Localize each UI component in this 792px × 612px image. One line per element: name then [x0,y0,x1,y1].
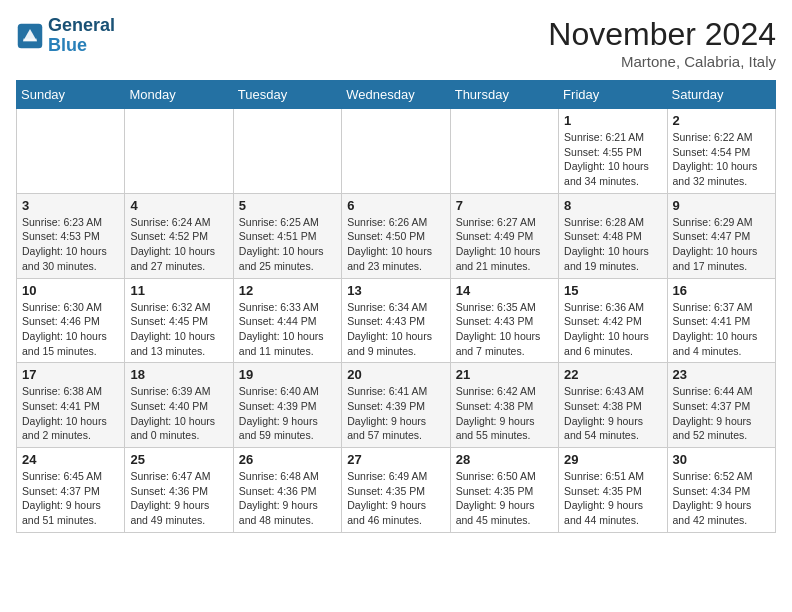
day-info: Sunrise: 6:32 AM Sunset: 4:45 PM Dayligh… [130,300,227,359]
day-info: Sunrise: 6:47 AM Sunset: 4:36 PM Dayligh… [130,469,227,528]
day-number: 5 [239,198,336,213]
day-number: 14 [456,283,553,298]
day-info: Sunrise: 6:22 AM Sunset: 4:54 PM Dayligh… [673,130,770,189]
day-of-week-header: Saturday [667,81,775,109]
calendar-cell: 9Sunrise: 6:29 AM Sunset: 4:47 PM Daylig… [667,193,775,278]
calendar-cell: 14Sunrise: 6:35 AM Sunset: 4:43 PM Dayli… [450,278,558,363]
day-info: Sunrise: 6:52 AM Sunset: 4:34 PM Dayligh… [673,469,770,528]
day-info: Sunrise: 6:28 AM Sunset: 4:48 PM Dayligh… [564,215,661,274]
day-info: Sunrise: 6:41 AM Sunset: 4:39 PM Dayligh… [347,384,444,443]
calendar-cell: 13Sunrise: 6:34 AM Sunset: 4:43 PM Dayli… [342,278,450,363]
day-number: 25 [130,452,227,467]
calendar-cell [17,109,125,194]
calendar-cell: 19Sunrise: 6:40 AM Sunset: 4:39 PM Dayli… [233,363,341,448]
month-title: November 2024 [548,16,776,53]
day-number: 18 [130,367,227,382]
day-info: Sunrise: 6:38 AM Sunset: 4:41 PM Dayligh… [22,384,119,443]
calendar-cell: 1Sunrise: 6:21 AM Sunset: 4:55 PM Daylig… [559,109,667,194]
calendar-cell: 5Sunrise: 6:25 AM Sunset: 4:51 PM Daylig… [233,193,341,278]
day-number: 26 [239,452,336,467]
calendar-week-row: 24Sunrise: 6:45 AM Sunset: 4:37 PM Dayli… [17,448,776,533]
day-number: 22 [564,367,661,382]
calendar-cell: 3Sunrise: 6:23 AM Sunset: 4:53 PM Daylig… [17,193,125,278]
day-number: 28 [456,452,553,467]
day-number: 11 [130,283,227,298]
day-number: 13 [347,283,444,298]
calendar: SundayMondayTuesdayWednesdayThursdayFrid… [16,80,776,533]
day-of-week-header: Friday [559,81,667,109]
day-info: Sunrise: 6:40 AM Sunset: 4:39 PM Dayligh… [239,384,336,443]
calendar-cell: 8Sunrise: 6:28 AM Sunset: 4:48 PM Daylig… [559,193,667,278]
day-number: 7 [456,198,553,213]
day-number: 23 [673,367,770,382]
day-info: Sunrise: 6:45 AM Sunset: 4:37 PM Dayligh… [22,469,119,528]
day-number: 2 [673,113,770,128]
svg-rect-2 [23,38,37,41]
calendar-cell: 24Sunrise: 6:45 AM Sunset: 4:37 PM Dayli… [17,448,125,533]
calendar-cell [233,109,341,194]
calendar-cell: 27Sunrise: 6:49 AM Sunset: 4:35 PM Dayli… [342,448,450,533]
logo-icon [16,22,44,50]
calendar-cell: 11Sunrise: 6:32 AM Sunset: 4:45 PM Dayli… [125,278,233,363]
day-number: 29 [564,452,661,467]
day-info: Sunrise: 6:49 AM Sunset: 4:35 PM Dayligh… [347,469,444,528]
day-info: Sunrise: 6:39 AM Sunset: 4:40 PM Dayligh… [130,384,227,443]
day-number: 12 [239,283,336,298]
day-of-week-header: Sunday [17,81,125,109]
day-number: 19 [239,367,336,382]
calendar-cell: 25Sunrise: 6:47 AM Sunset: 4:36 PM Dayli… [125,448,233,533]
day-number: 17 [22,367,119,382]
day-info: Sunrise: 6:33 AM Sunset: 4:44 PM Dayligh… [239,300,336,359]
calendar-week-row: 3Sunrise: 6:23 AM Sunset: 4:53 PM Daylig… [17,193,776,278]
day-number: 24 [22,452,119,467]
calendar-week-row: 17Sunrise: 6:38 AM Sunset: 4:41 PM Dayli… [17,363,776,448]
calendar-cell: 2Sunrise: 6:22 AM Sunset: 4:54 PM Daylig… [667,109,775,194]
day-number: 30 [673,452,770,467]
day-of-week-header: Tuesday [233,81,341,109]
calendar-cell [125,109,233,194]
calendar-cell: 22Sunrise: 6:43 AM Sunset: 4:38 PM Dayli… [559,363,667,448]
day-number: 6 [347,198,444,213]
calendar-cell: 4Sunrise: 6:24 AM Sunset: 4:52 PM Daylig… [125,193,233,278]
day-number: 1 [564,113,661,128]
calendar-cell: 28Sunrise: 6:50 AM Sunset: 4:35 PM Dayli… [450,448,558,533]
calendar-cell: 23Sunrise: 6:44 AM Sunset: 4:37 PM Dayli… [667,363,775,448]
calendar-week-row: 1Sunrise: 6:21 AM Sunset: 4:55 PM Daylig… [17,109,776,194]
day-number: 10 [22,283,119,298]
day-number: 21 [456,367,553,382]
day-info: Sunrise: 6:27 AM Sunset: 4:49 PM Dayligh… [456,215,553,274]
calendar-cell: 7Sunrise: 6:27 AM Sunset: 4:49 PM Daylig… [450,193,558,278]
day-info: Sunrise: 6:26 AM Sunset: 4:50 PM Dayligh… [347,215,444,274]
day-info: Sunrise: 6:37 AM Sunset: 4:41 PM Dayligh… [673,300,770,359]
day-number: 3 [22,198,119,213]
day-info: Sunrise: 6:23 AM Sunset: 4:53 PM Dayligh… [22,215,119,274]
calendar-cell: 6Sunrise: 6:26 AM Sunset: 4:50 PM Daylig… [342,193,450,278]
day-info: Sunrise: 6:34 AM Sunset: 4:43 PM Dayligh… [347,300,444,359]
calendar-header-row: SundayMondayTuesdayWednesdayThursdayFrid… [17,81,776,109]
day-info: Sunrise: 6:43 AM Sunset: 4:38 PM Dayligh… [564,384,661,443]
day-of-week-header: Wednesday [342,81,450,109]
location: Martone, Calabria, Italy [548,53,776,70]
calendar-cell: 21Sunrise: 6:42 AM Sunset: 4:38 PM Dayli… [450,363,558,448]
logo-text: GeneralBlue [48,16,115,56]
day-info: Sunrise: 6:21 AM Sunset: 4:55 PM Dayligh… [564,130,661,189]
day-info: Sunrise: 6:44 AM Sunset: 4:37 PM Dayligh… [673,384,770,443]
calendar-cell: 29Sunrise: 6:51 AM Sunset: 4:35 PM Dayli… [559,448,667,533]
day-info: Sunrise: 6:51 AM Sunset: 4:35 PM Dayligh… [564,469,661,528]
calendar-cell: 16Sunrise: 6:37 AM Sunset: 4:41 PM Dayli… [667,278,775,363]
day-number: 9 [673,198,770,213]
calendar-cell: 20Sunrise: 6:41 AM Sunset: 4:39 PM Dayli… [342,363,450,448]
day-number: 27 [347,452,444,467]
day-info: Sunrise: 6:35 AM Sunset: 4:43 PM Dayligh… [456,300,553,359]
day-of-week-header: Thursday [450,81,558,109]
day-number: 8 [564,198,661,213]
calendar-cell: 18Sunrise: 6:39 AM Sunset: 4:40 PM Dayli… [125,363,233,448]
calendar-cell: 17Sunrise: 6:38 AM Sunset: 4:41 PM Dayli… [17,363,125,448]
day-info: Sunrise: 6:29 AM Sunset: 4:47 PM Dayligh… [673,215,770,274]
calendar-cell: 15Sunrise: 6:36 AM Sunset: 4:42 PM Dayli… [559,278,667,363]
day-info: Sunrise: 6:48 AM Sunset: 4:36 PM Dayligh… [239,469,336,528]
day-info: Sunrise: 6:50 AM Sunset: 4:35 PM Dayligh… [456,469,553,528]
day-number: 20 [347,367,444,382]
page-header: GeneralBlue November 2024 Martone, Calab… [16,16,776,70]
day-of-week-header: Monday [125,81,233,109]
